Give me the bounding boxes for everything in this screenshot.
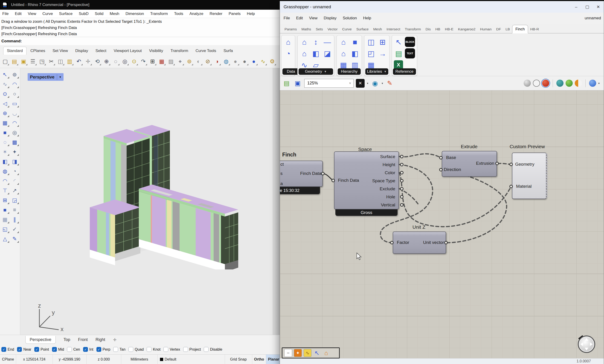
sidebar-tool-icon-8[interactable]: ⊛ (0, 109, 10, 118)
toolbar-tab-transform[interactable]: Transform (167, 47, 192, 55)
unit-z-factor-label[interactable]: Factor (397, 240, 409, 245)
path-icon[interactable]: → (377, 48, 388, 59)
toolbar-tab-curve-tools[interactable]: Curve Tools (192, 47, 220, 55)
rhino-menu-solid[interactable]: Solid (95, 12, 104, 16)
save-document-icon[interactable]: ▣ (293, 79, 302, 88)
sidebar-tool-icon-33[interactable]: ✓ (10, 225, 19, 234)
panel-label-data[interactable]: Data (282, 68, 300, 75)
sidebar-tool-icon-31[interactable]: ∥ (10, 215, 19, 224)
sidebar-tool-icon-29[interactable]: ≡ (10, 205, 19, 214)
shaded-preview-icon[interactable] (542, 80, 549, 87)
checkbox-mid[interactable]: ✓ (52, 347, 57, 352)
sidebar-tool-icon-16[interactable]: ✶ (0, 147, 10, 157)
zoom-extents-button[interactable]: ✕ (356, 79, 365, 88)
gear-icon[interactable]: ⚙ (268, 57, 277, 66)
space-output-exclude[interactable]: Exclude (370, 185, 399, 193)
finch-input-fragment[interactable]: a (280, 181, 283, 186)
gh-tab-surface[interactable]: Surface (354, 25, 371, 33)
zoom-extents-caret[interactable]: ▾ (367, 82, 368, 85)
paste-icon[interactable]: ▥ (65, 57, 74, 66)
minimize-button[interactable]: – (571, 1, 582, 13)
custom-preview-geometry-label[interactable]: Geometry (515, 162, 534, 167)
rhino-menu-surface[interactable]: Surface (59, 12, 73, 16)
sidebar-tool-icon-3[interactable]: ◠ (10, 80, 19, 89)
zoom-selected-icon[interactable]: ⊙ (130, 57, 138, 66)
vector-line-icon[interactable]: ↕ (311, 37, 321, 47)
gh-tab-curve[interactable]: Curve (340, 25, 354, 33)
extrude-base-label[interactable]: Base (446, 155, 456, 160)
osnap-point[interactable]: ✓Point (34, 347, 49, 352)
checkbox-perp[interactable]: ✓ (96, 347, 101, 352)
toolbar-tab-viewport-layout[interactable]: Viewport Layout (110, 47, 145, 55)
ghosted-sphere-icon[interactable]: ● (240, 57, 249, 66)
checkbox-quad[interactable] (128, 347, 133, 352)
sidebar-tool-icon-34[interactable]: △ (0, 234, 10, 243)
mass-icon[interactable]: ⌂ (338, 37, 349, 47)
rhino-menu-curve[interactable]: Curve (42, 12, 53, 16)
extrude-direction-nub[interactable] (439, 168, 443, 171)
block-ref-icon[interactable]: BLOCK (405, 37, 415, 47)
space-output-height[interactable]: Height (370, 161, 399, 169)
rhino-menu-panels[interactable]: Panels (228, 12, 240, 16)
toolbar-tab-select[interactable]: Select (92, 47, 110, 55)
color-wheel-icon[interactable]: ◍ (222, 57, 230, 66)
gh-tab-hb-r[interactable]: HB-R (528, 25, 541, 33)
viewport-title-dropdown[interactable]: Perspective ▼ (28, 73, 63, 81)
sidebar-tool-icon-19[interactable]: ◨ (10, 157, 19, 166)
sidebar-tool-icon-7[interactable]: ▭ (10, 99, 19, 108)
gh-menu-view[interactable]: View (309, 16, 318, 21)
toolbar-tab-visibility[interactable]: Visibility (146, 47, 167, 55)
checkbox-point[interactable]: ✓ (34, 347, 39, 352)
export-plan-icon[interactable]: ⊞ (377, 37, 388, 47)
toolbar-tab-standard[interactable]: Standard (3, 47, 26, 55)
checkbox-disable[interactable] (204, 347, 209, 352)
fold-surface-icon[interactable]: ◪ (322, 48, 333, 59)
viewport-tab-top[interactable]: Top (63, 337, 70, 342)
block-up-icon[interactable]: ◧ (350, 48, 360, 59)
sidebar-tool-icon-26[interactable]: ⊞ (0, 195, 10, 205)
selected-only-preview-icon[interactable] (556, 80, 564, 87)
space-output-hole[interactable]: Hole (370, 193, 399, 201)
profiler-widget-icon[interactable]: ✦ (294, 349, 302, 357)
rhino-menu-mesh[interactable]: Mesh (110, 12, 119, 16)
pointer-widget-icon[interactable]: ↖ (313, 349, 321, 357)
copy-icon[interactable]: ◫ (56, 57, 65, 66)
new-file-icon[interactable]: ▢ (1, 57, 9, 66)
space-output-nub[interactable] (400, 187, 403, 191)
statusbar-layer[interactable]: Default (158, 354, 225, 364)
sketch-widget-icon[interactable]: ∿ (304, 349, 311, 357)
sidebar-tool-icon-20[interactable]: ◍ (0, 167, 10, 176)
gh-menu-edit[interactable]: Edit (296, 16, 303, 21)
gh-tab-lb[interactable]: LB (503, 25, 512, 33)
rhino-menu-analyze[interactable]: Analyze (189, 12, 203, 16)
toolbar-tab-set-view[interactable]: Set View (49, 47, 71, 55)
building-up-icon[interactable]: ⌂ (299, 48, 310, 59)
new-viewport-tab-button[interactable]: ✛ (113, 337, 116, 342)
space-output-nub[interactable] (400, 163, 403, 166)
space-output-nub[interactable] (400, 171, 403, 174)
building-data-icon[interactable]: ⌂ (283, 37, 293, 47)
building-icon[interactable]: ⌂ (299, 37, 310, 47)
sidebar-tool-icon-28[interactable]: ■ (0, 205, 10, 214)
gh-menu-help[interactable]: Help (363, 16, 371, 21)
undo-icon[interactable]: ↶ (75, 57, 83, 66)
sheets-icon[interactable]: ▤ (393, 48, 404, 59)
space-output-nub[interactable] (400, 195, 403, 199)
mesh-edges-icon[interactable] (566, 80, 573, 87)
space-input-nub[interactable] (331, 179, 335, 182)
gh-tab-params[interactable]: Params (282, 25, 299, 33)
gh-tab-finch[interactable]: Finch (512, 25, 528, 33)
sidebar-tool-icon-18[interactable]: ◧ (0, 157, 10, 166)
sidebar-tool-icon-1[interactable]: ⊚ (10, 70, 19, 79)
osnap-project[interactable]: Project (183, 347, 201, 352)
gh-tab-df[interactable]: DF (494, 25, 503, 33)
chevron-down-icon[interactable]: ▼ (57, 75, 63, 79)
sidebar-tool-icon-35[interactable]: ✎ (10, 234, 19, 243)
extrude-base-nub[interactable] (439, 156, 443, 159)
sidebar-tool-icon-2[interactable]: ∿ (0, 80, 10, 89)
gh-tab-transform[interactable]: Transform (403, 25, 423, 33)
space-output-space-type[interactable]: Space Type (370, 177, 399, 185)
space-output-nub[interactable] (400, 179, 403, 182)
properties-icon[interactable]: ◳ (38, 57, 46, 66)
sidebar-tool-icon-6[interactable]: ◁ (0, 99, 10, 108)
